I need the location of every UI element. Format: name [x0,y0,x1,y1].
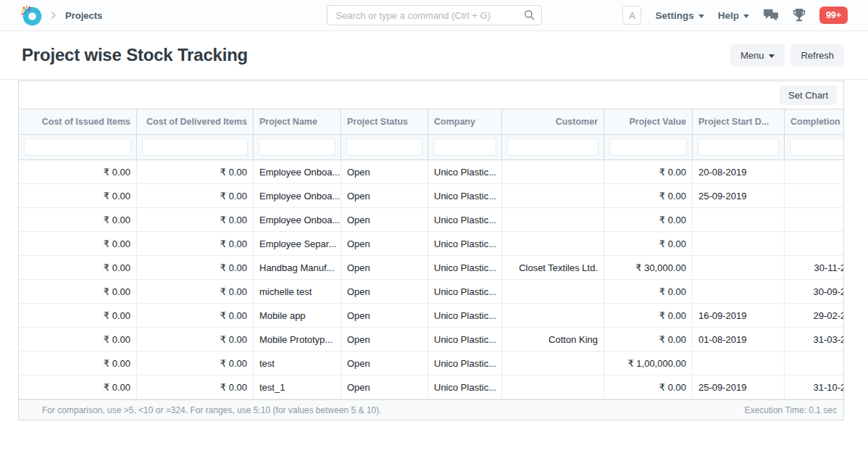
table-cell[interactable]: ₹ 0.00 [137,280,254,304]
table-cell[interactable]: Unico Plastic... [428,184,502,208]
column-header[interactable]: Project Start D... [693,109,785,135]
column-header[interactable]: Project Status [341,109,428,135]
table-cell[interactable] [502,280,604,304]
table-cell[interactable]: Open [341,256,428,280]
table-cell[interactable] [502,232,604,256]
table-cell[interactable]: Open [341,160,428,184]
table-cell[interactable]: ₹ 0.00 [604,232,693,256]
table-cell[interactable]: ₹ 0.00 [137,184,254,208]
table-cell[interactable]: ₹ 0.00 [19,256,137,280]
table-cell[interactable]: ₹ 0.00 [19,184,137,208]
menu-button[interactable]: Menu [730,44,785,67]
table-cell[interactable]: Unico Plastic... [428,352,502,375]
table-cell[interactable]: ₹ 0.00 [19,328,137,352]
table-cell[interactable]: ₹ 0.00 [604,280,693,304]
column-header[interactable]: Company [428,109,502,135]
table-cell[interactable]: Closet Textiles Ltd. [502,256,604,280]
column-filter-input[interactable] [433,138,496,156]
settings-menu[interactable]: Settings [655,10,704,21]
column-filter-input[interactable] [790,138,843,156]
table-cell[interactable]: ₹ 30,000.00 [604,256,693,280]
table-cell[interactable]: Unico Plastic... [428,232,502,256]
notifications-badge[interactable]: 99+ [819,7,848,24]
chat-icon[interactable] [763,8,779,22]
column-header[interactable]: Project Name [254,109,341,135]
table-cell[interactable]: ₹ 1,00,000.00 [604,352,693,375]
table-cell[interactable]: Open [341,328,428,352]
table-cell[interactable]: Unico Plastic... [428,375,502,399]
search-icon[interactable] [523,9,535,24]
table-cell[interactable] [502,184,604,208]
column-header[interactable]: Customer [502,109,604,135]
table-cell[interactable]: ₹ 0.00 [19,232,137,256]
table-cell[interactable] [785,184,843,208]
table-cell[interactable]: ₹ 0.00 [604,160,693,184]
table-cell[interactable]: ₹ 0.00 [604,328,693,352]
table-cell[interactable]: 30-11-2019 [785,256,843,280]
table-cell[interactable]: ₹ 0.00 [19,375,137,399]
table-cell[interactable]: Open [341,304,428,328]
table-cell[interactable]: ₹ 0.00 [137,256,254,280]
table-cell[interactable]: ₹ 0.00 [19,160,137,184]
table-cell[interactable] [785,208,843,232]
table-cell[interactable]: Open [341,352,428,375]
table-cell[interactable]: Open [341,208,428,232]
table-cell[interactable] [502,304,604,328]
refresh-button[interactable]: Refresh [790,44,844,67]
table-cell[interactable] [693,232,785,256]
table-cell[interactable]: ₹ 0.00 [137,352,254,375]
table-cell[interactable] [502,208,604,232]
table-cell[interactable] [785,232,843,256]
app-logo-icon[interactable] [20,4,42,26]
table-cell[interactable]: Open [341,232,428,256]
column-filter-input[interactable] [609,138,687,156]
table-cell[interactable]: Unico Plastic... [428,328,502,352]
table-cell[interactable]: ₹ 0.00 [137,232,254,256]
column-filter-input[interactable] [346,138,422,156]
table-cell[interactable]: ₹ 0.00 [137,208,254,232]
table-cell[interactable] [785,160,843,184]
table-cell[interactable] [785,352,843,375]
datatable[interactable]: Cost of Issued ItemsCost of Delivered It… [19,109,843,399]
table-cell[interactable]: Employee Onboa... [254,184,341,208]
table-cell[interactable]: ₹ 0.00 [604,304,693,328]
table-cell[interactable]: ₹ 0.00 [604,184,693,208]
table-cell[interactable]: ₹ 0.00 [19,208,137,232]
table-cell[interactable]: 29-02-2020 [785,304,843,328]
table-cell[interactable]: 16-09-2019 [693,304,785,328]
column-filter-input[interactable] [24,138,131,156]
table-cell[interactable]: Employee Onboa... [254,160,341,184]
column-filter-input[interactable] [698,138,779,156]
table-cell[interactable]: Unico Plastic... [428,160,502,184]
table-cell[interactable]: ₹ 0.00 [19,304,137,328]
table-cell[interactable]: ₹ 0.00 [604,208,693,232]
breadcrumb-projects[interactable]: Projects [65,10,102,21]
column-filter-input[interactable] [259,138,335,156]
set-chart-button[interactable]: Set Chart [780,86,837,105]
table-cell[interactable]: Open [341,184,428,208]
table-cell[interactable] [502,160,604,184]
column-header[interactable]: Cost of Delivered Items [137,109,254,135]
table-cell[interactable]: Employee Separ... [254,232,341,256]
table-cell[interactable]: ₹ 0.00 [137,304,254,328]
column-filter-input[interactable] [507,138,598,156]
table-cell[interactable]: test_1 [254,375,341,399]
table-cell[interactable]: Handbag Manuf... [254,256,341,280]
table-cell[interactable]: Mobile Prototyp... [254,328,341,352]
avatar[interactable]: A [622,6,641,25]
trophy-icon[interactable] [793,8,806,22]
table-cell[interactable]: 31-03-2020 [785,328,843,352]
column-header[interactable]: Completion Date [785,109,843,135]
table-cell[interactable]: Unico Plastic... [428,208,502,232]
table-cell[interactable]: 25-09-2019 [693,375,785,399]
column-filter-input[interactable] [142,138,248,156]
table-cell[interactable]: test [254,352,341,375]
table-cell[interactable]: Employee Onboa... [254,208,341,232]
table-cell[interactable] [693,352,785,375]
table-cell[interactable]: Open [341,280,428,304]
table-cell[interactable]: michelle test [254,280,341,304]
search-input[interactable] [327,5,542,25]
table-cell[interactable]: ₹ 0.00 [19,280,137,304]
table-cell[interactable]: Unico Plastic... [428,280,502,304]
table-cell[interactable]: 30-09-2019 [785,280,843,304]
